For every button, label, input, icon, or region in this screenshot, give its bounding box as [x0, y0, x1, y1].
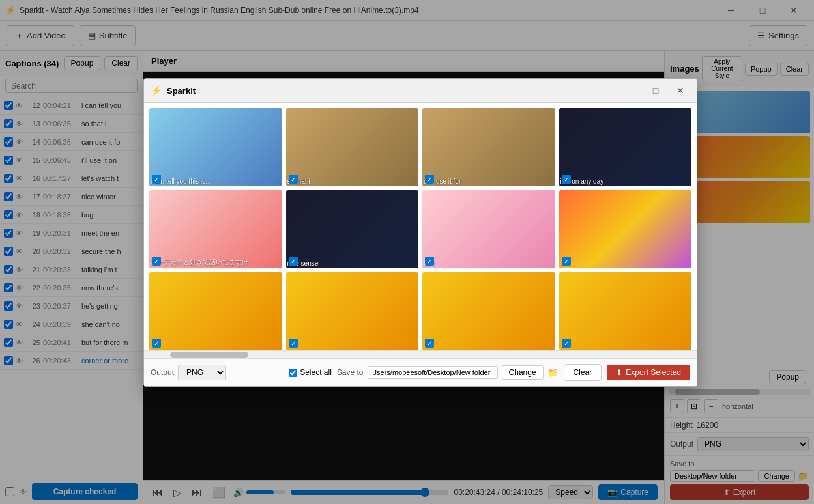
modal-select-all-checkbox[interactable] — [289, 369, 297, 377]
export-modal: ⚡ Sparkit ─ □ ✕ i can tell you this is… … — [143, 78, 697, 387]
modal-output-select[interactable]: PNGJPGWEBP — [178, 365, 226, 380]
modal-image-caption: アーデガのと好きで話いてますけ — [151, 258, 281, 267]
modal-image-box: nice sensei — [286, 190, 419, 268]
modal-clear-button[interactable]: Clear — [564, 364, 602, 381]
modal-image-item[interactable]: nice sensei — [286, 190, 419, 268]
modal-folder-button[interactable]: 📁 — [547, 367, 559, 378]
modal-image-caption: so that i — [287, 178, 418, 185]
modal-export-icon: ⬆ — [616, 368, 622, 377]
modal-minimize-button[interactable]: ─ — [621, 83, 641, 98]
modal-image-item[interactable]: i can tell you this is… — [149, 108, 282, 186]
modal-image-item[interactable] — [149, 272, 282, 350]
modal-title: Sparkit — [167, 86, 616, 96]
modal-output-wrap: Output PNGJPGWEBP — [151, 365, 226, 380]
modal-image-caption: i can tell you this is… — [151, 178, 281, 185]
modal-image-check — [425, 175, 434, 184]
modal-images-scroll: i can tell you this is… so that i can us… — [144, 103, 697, 350]
modal-image-check — [425, 339, 434, 348]
modal-image-box — [559, 190, 692, 268]
modal-image-item[interactable]: so that i — [286, 108, 419, 186]
modal-select-all-label: Select all — [300, 368, 332, 377]
modal-image-check — [289, 257, 298, 266]
modal-save-label: Save to — [337, 368, 364, 377]
modal-image-box: アーデガのと好きで話いてますけ — [149, 190, 282, 268]
modal-image-check — [152, 339, 161, 348]
modal-image-check — [289, 339, 298, 348]
modal-image-box: can use it for — [422, 108, 555, 186]
modal-image-box: it is on any day — [559, 108, 692, 186]
modal-image-box: so that i — [286, 108, 419, 186]
modal-body: i can tell you this is… so that i can us… — [144, 103, 697, 386]
modal-scrollbar-thumb — [170, 352, 248, 358]
modal-maximize-button[interactable]: □ — [646, 83, 665, 98]
modal-titlebar: ⚡ Sparkit ─ □ ✕ — [144, 79, 697, 103]
modal-image-box — [149, 272, 282, 350]
modal-image-item[interactable]: it is on any day — [559, 108, 692, 186]
modal-overlay: ⚡ Sparkit ─ □ ✕ i can tell you this is… … — [0, 0, 814, 504]
modal-image-check — [425, 257, 434, 266]
modal-image-check — [562, 257, 571, 266]
modal-image-box: i can tell you this is… — [149, 108, 282, 186]
modal-image-item[interactable] — [559, 272, 692, 350]
modal-close-button[interactable]: ✕ — [671, 83, 690, 98]
modal-save-row: Save to Change 📁 — [337, 365, 559, 380]
modal-image-item[interactable]: bug — [422, 190, 555, 268]
modal-image-item[interactable]: can use it for — [422, 108, 555, 186]
modal-image-check — [152, 257, 161, 266]
modal-image-item[interactable] — [559, 190, 692, 268]
modal-export-button[interactable]: ⬆ Export Selected — [607, 365, 690, 380]
modal-image-item[interactable] — [286, 272, 419, 350]
modal-app-icon: ⚡ — [151, 85, 162, 96]
modal-images-grid: i can tell you this is… so that i can us… — [149, 108, 691, 350]
modal-image-caption: it is on any day — [560, 178, 691, 185]
modal-image-box — [286, 272, 419, 350]
modal-image-caption: can use it for — [424, 178, 554, 185]
modal-save-input[interactable] — [368, 366, 498, 379]
modal-change-button[interactable]: Change — [502, 365, 544, 380]
modal-image-check — [562, 339, 571, 348]
modal-image-check — [289, 175, 298, 184]
modal-image-box: bug — [422, 190, 555, 268]
modal-scrollbar-h[interactable] — [144, 350, 697, 358]
modal-image-item[interactable]: アーデガのと好きで話いてますけ — [149, 190, 282, 268]
modal-image-check — [562, 175, 571, 184]
modal-output-label: Output — [151, 368, 174, 377]
modal-image-caption: bug — [424, 260, 554, 267]
modal-select-all[interactable]: Select all — [289, 368, 332, 377]
modal-export-label: Export Selected — [626, 368, 681, 377]
modal-image-box — [559, 272, 692, 350]
modal-image-caption: nice sensei — [287, 260, 418, 267]
modal-image-box — [422, 272, 555, 350]
modal-image-item[interactable] — [422, 272, 555, 350]
modal-image-check — [152, 175, 161, 184]
modal-footer: Output PNGJPGWEBP Select all Save to Cha… — [144, 358, 697, 386]
